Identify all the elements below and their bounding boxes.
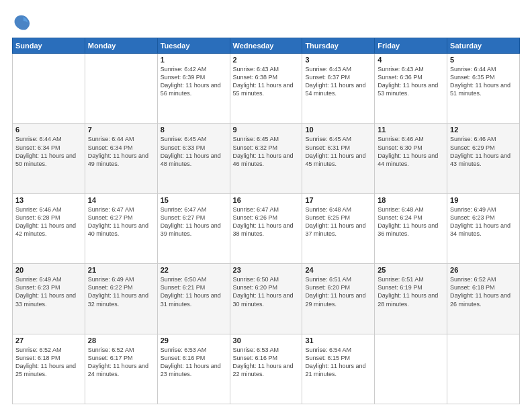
table-row: 7Sunrise: 6:44 AMSunset: 6:34 PMDaylight… [85,124,157,193]
table-row: 21Sunrise: 6:49 AMSunset: 6:22 PMDayligh… [85,264,157,334]
day-info: Sunrise: 6:52 AMSunset: 6:18 PMDaylight:… [15,346,82,379]
col-header-wednesday: Wednesday [230,38,302,54]
day-info: Sunrise: 6:50 AMSunset: 6:20 PMDaylight:… [233,275,300,308]
day-number: 20 [15,266,82,274]
day-info: Sunrise: 6:46 AMSunset: 6:30 PMDaylight:… [378,135,444,168]
table-row: 30Sunrise: 6:53 AMSunset: 6:16 PMDayligh… [230,334,302,404]
day-info: Sunrise: 6:49 AMSunset: 6:23 PMDaylight:… [15,275,82,308]
col-header-friday: Friday [375,38,447,54]
day-info: Sunrise: 6:44 AMSunset: 6:34 PMDaylight:… [15,135,82,168]
table-row: 9Sunrise: 6:45 AMSunset: 6:32 PMDaylight… [230,124,302,193]
table-row: 28Sunrise: 6:52 AMSunset: 6:17 PMDayligh… [85,334,157,404]
table-row: 6Sunrise: 6:44 AMSunset: 6:34 PMDaylight… [13,124,85,193]
day-info: Sunrise: 6:51 AMSunset: 6:20 PMDaylight:… [305,275,371,308]
table-row: 1Sunrise: 6:42 AMSunset: 6:39 PMDaylight… [157,54,230,124]
table-row: 19Sunrise: 6:49 AMSunset: 6:23 PMDayligh… [447,193,520,263]
table-row: 5Sunrise: 6:44 AMSunset: 6:35 PMDaylight… [447,54,520,124]
day-number: 3 [305,56,371,64]
day-number: 24 [305,266,371,274]
day-info: Sunrise: 6:50 AMSunset: 6:21 PMDaylight:… [161,275,227,308]
table-row: 3Sunrise: 6:43 AMSunset: 6:37 PMDaylight… [302,54,375,124]
table-row: 31Sunrise: 6:54 AMSunset: 6:15 PMDayligh… [302,334,375,404]
day-number: 8 [161,126,227,134]
table-row: 23Sunrise: 6:50 AMSunset: 6:20 PMDayligh… [230,264,302,334]
day-number: 5 [450,56,517,64]
day-info: Sunrise: 6:53 AMSunset: 6:16 PMDaylight:… [233,346,300,379]
day-number: 18 [378,196,444,204]
day-info: Sunrise: 6:45 AMSunset: 6:32 PMDaylight:… [233,135,300,168]
day-info: Sunrise: 6:49 AMSunset: 6:22 PMDaylight:… [88,275,154,308]
col-header-sunday: Sunday [13,38,85,54]
day-number: 11 [378,126,444,134]
day-info: Sunrise: 6:42 AMSunset: 6:39 PMDaylight:… [161,65,227,98]
day-number: 29 [161,336,227,345]
day-number: 30 [233,336,300,345]
day-info: Sunrise: 6:43 AMSunset: 6:38 PMDaylight:… [233,65,300,98]
day-info: Sunrise: 6:49 AMSunset: 6:23 PMDaylight:… [450,205,517,238]
page: SundayMondayTuesdayWednesdayThursdayFrid… [0,0,532,411]
day-info: Sunrise: 6:46 AMSunset: 6:29 PMDaylight:… [450,135,517,168]
day-number: 19 [450,196,517,204]
day-number: 16 [233,196,300,204]
logo [12,12,34,31]
day-info: Sunrise: 6:53 AMSunset: 6:16 PMDaylight:… [161,346,227,379]
table-row: 12Sunrise: 6:46 AMSunset: 6:29 PMDayligh… [447,124,520,193]
table-row: 29Sunrise: 6:53 AMSunset: 6:16 PMDayligh… [157,334,230,404]
day-number: 25 [378,266,444,274]
table-row: 15Sunrise: 6:47 AMSunset: 6:27 PMDayligh… [157,193,230,263]
table-row: 18Sunrise: 6:48 AMSunset: 6:24 PMDayligh… [375,193,447,263]
day-number: 23 [233,266,300,274]
table-row: 14Sunrise: 6:47 AMSunset: 6:27 PMDayligh… [85,193,157,263]
table-row: 20Sunrise: 6:49 AMSunset: 6:23 PMDayligh… [13,264,85,334]
day-info: Sunrise: 6:47 AMSunset: 6:26 PMDaylight:… [233,205,300,238]
table-row: 13Sunrise: 6:46 AMSunset: 6:28 PMDayligh… [13,193,85,263]
table-row: 16Sunrise: 6:47 AMSunset: 6:26 PMDayligh… [230,193,302,263]
day-info: Sunrise: 6:45 AMSunset: 6:33 PMDaylight:… [161,135,227,168]
day-info: Sunrise: 6:51 AMSunset: 6:19 PMDaylight:… [378,275,444,308]
table-row: 10Sunrise: 6:45 AMSunset: 6:31 PMDayligh… [302,124,375,193]
table-row [375,334,447,404]
day-info: Sunrise: 6:44 AMSunset: 6:34 PMDaylight:… [88,135,154,168]
table-row [447,334,520,404]
table-row: 26Sunrise: 6:52 AMSunset: 6:18 PMDayligh… [447,264,520,334]
header [12,12,520,31]
day-number: 21 [88,266,154,274]
table-row: 24Sunrise: 6:51 AMSunset: 6:20 PMDayligh… [302,264,375,334]
day-number: 14 [88,196,154,204]
day-info: Sunrise: 6:48 AMSunset: 6:24 PMDaylight:… [378,205,444,238]
day-info: Sunrise: 6:54 AMSunset: 6:15 PMDaylight:… [305,346,371,379]
day-number: 26 [450,266,517,274]
day-info: Sunrise: 6:44 AMSunset: 6:35 PMDaylight:… [450,65,517,98]
day-info: Sunrise: 6:45 AMSunset: 6:31 PMDaylight:… [305,135,371,168]
col-header-saturday: Saturday [447,38,520,54]
day-info: Sunrise: 6:43 AMSunset: 6:36 PMDaylight:… [378,65,444,98]
day-number: 9 [233,126,300,134]
col-header-thursday: Thursday [302,38,375,54]
col-header-tuesday: Tuesday [157,38,230,54]
col-header-monday: Monday [85,38,157,54]
day-number: 28 [88,336,154,345]
table-row: 17Sunrise: 6:48 AMSunset: 6:25 PMDayligh… [302,193,375,263]
day-number: 7 [88,126,154,134]
day-number: 4 [378,56,444,64]
day-number: 13 [15,196,82,204]
day-info: Sunrise: 6:52 AMSunset: 6:18 PMDaylight:… [450,275,517,308]
table-row: 2Sunrise: 6:43 AMSunset: 6:38 PMDaylight… [230,54,302,124]
day-number: 12 [450,126,517,134]
day-info: Sunrise: 6:48 AMSunset: 6:25 PMDaylight:… [305,205,371,238]
day-number: 22 [161,266,227,274]
calendar-table: SundayMondayTuesdayWednesdayThursdayFrid… [12,38,520,404]
day-info: Sunrise: 6:46 AMSunset: 6:28 PMDaylight:… [15,205,82,238]
table-row: 11Sunrise: 6:46 AMSunset: 6:30 PMDayligh… [375,124,447,193]
day-number: 27 [15,336,82,345]
day-number: 1 [161,56,227,64]
day-info: Sunrise: 6:47 AMSunset: 6:27 PMDaylight:… [88,205,154,238]
table-row: 4Sunrise: 6:43 AMSunset: 6:36 PMDaylight… [375,54,447,124]
day-number: 10 [305,126,371,134]
table-row: 25Sunrise: 6:51 AMSunset: 6:19 PMDayligh… [375,264,447,334]
day-number: 17 [305,196,371,204]
table-row [85,54,157,124]
day-number: 2 [233,56,300,64]
day-info: Sunrise: 6:43 AMSunset: 6:37 PMDaylight:… [305,65,371,98]
day-info: Sunrise: 6:52 AMSunset: 6:17 PMDaylight:… [88,346,154,379]
